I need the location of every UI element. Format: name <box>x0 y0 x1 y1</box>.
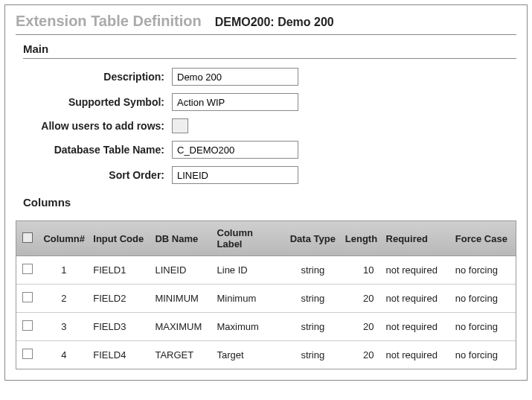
cell-data-type: string <box>285 285 341 313</box>
cell-input-code: FIELD3 <box>89 313 150 341</box>
columns-section-heading: Columns <box>23 196 516 212</box>
cell-column-num: 2 <box>39 285 89 313</box>
extension-table-definition-window: Extension Table Definition DEMO200: Demo… <box>4 4 528 381</box>
table-row[interactable]: 3FIELD3MAXIMUMMaximumstring20not require… <box>16 313 516 341</box>
table-row[interactable]: 4FIELD4TARGETTargetstring20not requiredn… <box>16 341 516 369</box>
columns-header-row: Column# Input Code DB Name Column Label … <box>16 221 516 256</box>
col-header-db-name[interactable]: DB Name <box>150 221 212 256</box>
db-table-name-label: Database Table Name: <box>23 144 172 156</box>
cell-column-num: 4 <box>39 341 89 369</box>
cell-length: 20 <box>341 341 382 369</box>
table-row[interactable]: 2FIELD2MINIMUMMinimumstring20not require… <box>16 285 516 313</box>
col-header-data-type[interactable]: Data Type <box>285 221 341 256</box>
row-checkbox[interactable] <box>22 292 33 302</box>
col-header-column-num[interactable]: Column# <box>39 221 89 256</box>
cell-force-case: no forcing <box>451 285 516 313</box>
cell-data-type: string <box>285 313 341 341</box>
cell-force-case: no forcing <box>451 341 516 369</box>
allow-add-rows-checkbox[interactable] <box>172 118 188 133</box>
row-checkbox[interactable] <box>22 264 33 274</box>
page-subtitle: DEMO200: Demo 200 <box>215 16 334 29</box>
cell-force-case: no forcing <box>451 256 516 285</box>
cell-length: 10 <box>341 256 382 285</box>
description-input[interactable] <box>172 68 298 86</box>
cell-input-code: FIELD2 <box>89 285 150 313</box>
cell-column-num: 3 <box>39 313 89 341</box>
row-checkbox[interactable] <box>22 349 33 359</box>
cell-input-code: FIELD4 <box>89 341 150 369</box>
cell-db-name: MINIMUM <box>150 285 212 313</box>
main-section-heading: Main <box>23 42 516 59</box>
allow-add-rows-label: Allow users to add rows: <box>23 120 172 132</box>
supported-symbol-label: Supported Symbol: <box>23 96 172 108</box>
cell-column-label: Minimum <box>213 285 285 313</box>
db-table-name-input[interactable] <box>172 141 298 159</box>
cell-column-label: Target <box>213 341 285 369</box>
columns-table-wrap: Column# Input Code DB Name Column Label … <box>16 220 516 369</box>
sort-order-label: Sort Order: <box>23 169 172 181</box>
cell-db-name: MAXIMUM <box>150 313 212 341</box>
row-checkbox[interactable] <box>22 320 33 331</box>
cell-db-name: TARGET <box>150 341 212 369</box>
cell-input-code: FIELD1 <box>89 256 150 285</box>
cell-db-name: LINEID <box>150 256 212 285</box>
cell-required: not required <box>382 285 451 313</box>
cell-length: 20 <box>341 285 382 313</box>
cell-force-case: no forcing <box>451 313 516 341</box>
col-header-input-code[interactable]: Input Code <box>89 221 150 256</box>
col-header-force-case[interactable]: Force Case <box>451 221 516 256</box>
cell-length: 20 <box>341 313 382 341</box>
cell-column-label: Maximum <box>213 313 285 341</box>
col-header-required[interactable]: Required <box>382 221 451 256</box>
supported-symbol-input[interactable] <box>172 93 298 111</box>
sort-order-input[interactable] <box>172 166 298 184</box>
page-title: Extension Table Definition <box>16 13 202 30</box>
cell-required: not required <box>382 341 451 369</box>
table-row[interactable]: 1FIELD1LINEIDLine IDstring10not required… <box>16 256 516 285</box>
description-label: Description: <box>23 71 172 83</box>
select-all-checkbox[interactable] <box>22 232 33 243</box>
main-form: Description: Supported Symbol: Allow use… <box>23 68 516 184</box>
header: Extension Table Definition DEMO200: Demo… <box>16 13 516 35</box>
cell-required: not required <box>382 313 451 341</box>
cell-column-num: 1 <box>39 256 89 285</box>
cell-data-type: string <box>285 341 341 369</box>
col-header-column-label[interactable]: Column Label <box>213 221 285 256</box>
columns-table: Column# Input Code DB Name Column Label … <box>16 221 516 369</box>
cell-data-type: string <box>285 256 341 285</box>
col-header-length[interactable]: Length <box>341 221 382 256</box>
cell-required: not required <box>382 256 451 285</box>
cell-column-label: Line ID <box>213 256 285 285</box>
